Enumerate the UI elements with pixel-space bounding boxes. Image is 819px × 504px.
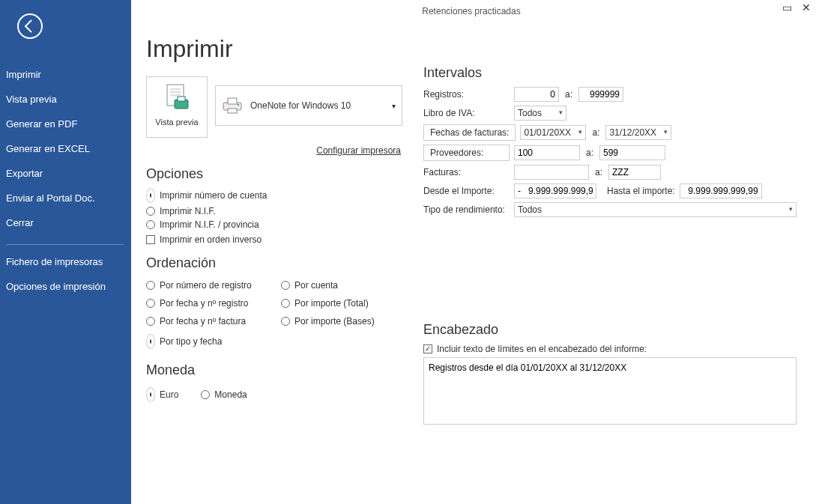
proveedores-from-input[interactable] [514,145,580,160]
registros-from-input[interactable] [514,87,559,102]
desde-importe-input[interactable] [514,183,596,198]
registros-to-input[interactable] [578,87,623,102]
radio-num-registro[interactable] [146,281,155,290]
proveedores-to-input[interactable] [599,145,665,160]
sidebar-item-excel[interactable]: Generar en EXCEL [0,136,131,161]
maximize-icon[interactable]: ▭ [779,1,796,13]
opt-label: Por fecha y nº factura [160,316,246,327]
window-controls: ▭ ✕ [779,1,815,13]
svg-point-10 [238,104,240,106]
opt-label: Imprimir número de cuenta [160,190,267,201]
radio-cuenta[interactable] [281,281,290,290]
radio-fecha-factura[interactable] [146,317,155,326]
fecha-to-select[interactable]: 31/12/20XX▾ [605,125,671,140]
opt-label: Por tipo y fecha [160,336,222,347]
radio-moneda[interactable] [201,390,210,399]
opt-label: Por importe (Bases) [294,316,375,327]
moneda-heading: Moneda [146,362,408,378]
chevron-down-icon: ▾ [392,102,396,110]
registros-label: Registros: [423,89,510,100]
opt-label: Por número de registro [160,280,252,291]
sidebar-item-imprimir[interactable]: Imprimir [0,62,131,87]
ordenacion-heading: Ordenación [146,255,408,271]
sidebar-item-exportar[interactable]: Exportar [0,161,131,186]
encabezado-textarea[interactable] [423,357,797,425]
facturas-to-input[interactable] [608,165,661,180]
opt-label: Imprimir N.I.F. [160,206,216,216]
fecha-from-select[interactable]: 01/01/20XX▾ [520,125,586,140]
check-orden-inverso[interactable] [146,235,155,244]
svg-rect-9 [228,109,237,113]
configurar-impresora-link[interactable]: Configurar impresora [146,145,401,156]
window-title: Retenciones practicadas [146,0,797,16]
chevron-down-icon: ▾ [559,109,563,116]
radio-tipo-fecha[interactable] [146,334,155,349]
main-content: ▭ ✕ Retenciones practicadas Imprimir Vis… [131,0,819,504]
radio-num-cuenta[interactable] [146,188,155,203]
sidebar-item-opciones-impresion[interactable]: Opciones de impresión [0,274,131,299]
page-title: Imprimir [146,35,408,63]
sidebar-item-enviar[interactable]: Enviar al Portal Doc. [0,186,131,210]
libro-iva-select[interactable]: Todos▾ [514,106,566,121]
chevron-down-icon: ▾ [664,128,668,136]
svg-point-0 [18,14,42,38]
sidebar-item-pdf[interactable]: Generar en PDF [0,112,131,136]
radio-importe-bases[interactable] [281,317,290,326]
sidebar-item-vista-previa[interactable]: Vista previa [0,87,131,112]
svg-rect-8 [228,98,237,104]
vista-previa-button[interactable]: Vista previa [146,76,208,138]
opciones-heading: Opciones [146,166,408,182]
printer-icon [222,97,243,115]
opt-label: Moneda [214,389,247,400]
chevron-down-icon: ▾ [578,128,582,136]
radio-euro[interactable] [146,387,155,402]
opt-label: Por cuenta [294,280,338,291]
sidebar: Imprimir Vista previa Generar en PDF Gen… [0,0,131,504]
hasta-importe-label: Hasta el importe: [607,186,675,196]
printer-name: OneNote for Windows 10 [250,100,351,111]
vista-previa-label: Vista previa [155,118,198,127]
opt-label: Euro [160,389,178,400]
opt-label: Por fecha y nº registro [160,298,248,309]
printer-selector[interactable]: OneNote for Windows 10 ▾ [215,85,402,126]
sidebar-item-fichero-impresoras[interactable]: Fichero de impresoras [0,249,131,274]
a-label: a: [593,167,604,177]
tipo-rendimiento-label: Tipo de rendimiento: [423,204,510,215]
radio-fecha-registro[interactable] [146,299,155,308]
chevron-down-icon: ▾ [789,205,793,213]
radio-importe-total[interactable] [281,299,290,308]
a-label: a: [584,148,595,158]
a-label: a: [563,89,574,100]
check-label: Incluir texto de límites en el encabezad… [437,344,647,354]
desde-importe-label: Desde el Importe: [423,186,510,196]
radio-nif-provincia[interactable] [146,220,155,229]
opt-label: Imprimir en orden inverso [160,234,262,245]
proveedores-button[interactable]: Proveedores: [423,145,510,161]
back-button[interactable] [16,13,43,40]
divider [6,244,124,245]
facturas-label: Facturas: [423,167,510,177]
opt-label: Imprimir N.I.F. / provincia [160,219,259,230]
fechas-facturas-button[interactable]: Fechas de facturas: [423,124,516,141]
intervalos-heading: Intervalos [423,65,797,81]
document-printer-icon [163,83,191,115]
radio-nif[interactable] [146,207,155,216]
opt-label: Por importe (Total) [294,298,369,309]
tipo-rendimiento-select[interactable]: Todos▾ [514,202,797,217]
libro-iva-label: Libro de IVA: [423,108,510,118]
facturas-from-input[interactable] [514,165,589,180]
check-incluir-limites[interactable]: ✓ [423,344,432,353]
close-icon[interactable]: ✕ [798,1,815,13]
sidebar-item-cerrar[interactable]: Cerrar [0,210,131,235]
hasta-importe-input[interactable] [680,183,762,198]
a-label: a: [590,127,601,138]
svg-rect-6 [178,97,185,101]
encabezado-heading: Encabezado [423,322,797,338]
